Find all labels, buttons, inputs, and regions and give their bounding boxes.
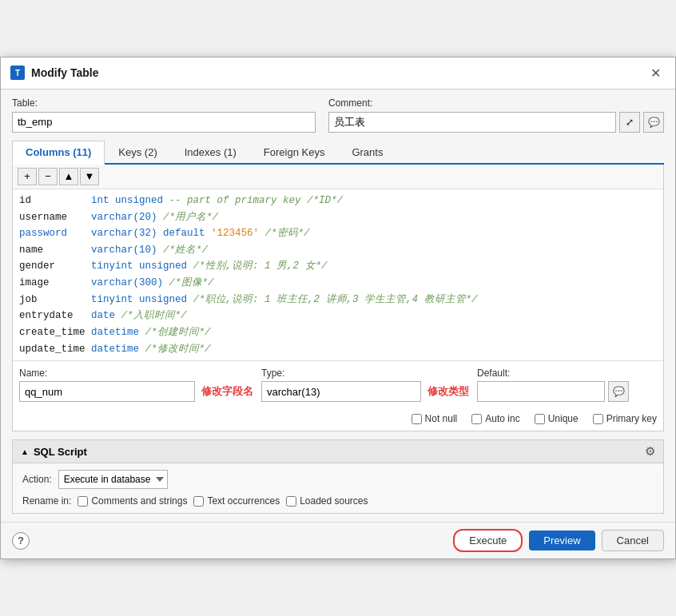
rename-loaded-label: Loaded sources xyxy=(300,495,368,507)
execute-button[interactable]: Execute xyxy=(453,529,523,552)
not-null-checkbox-item[interactable]: Not null xyxy=(412,413,458,424)
table-comment-row: Table: Comment: ⤢ 💬 xyxy=(12,97,664,133)
table-input[interactable] xyxy=(12,112,316,133)
close-button[interactable]: ✕ xyxy=(646,64,666,82)
table-field-group: Table: xyxy=(12,97,316,133)
move-up-button[interactable]: ▲ xyxy=(59,168,78,185)
list-item[interactable]: gender tinyint unsigned /*性别,说明: 1 男,2 女… xyxy=(19,258,657,275)
comment-icon-button[interactable]: 💬 xyxy=(643,112,664,133)
primary-key-label: Primary key xyxy=(606,413,657,424)
columns-list: id int unsigned -- part of primary key /… xyxy=(13,189,663,360)
list-item[interactable]: password varchar(32) default '123456' /*… xyxy=(19,225,657,242)
cancel-button[interactable]: Cancel xyxy=(602,530,664,551)
sql-section-title: SQL Script xyxy=(34,446,87,458)
move-down-button[interactable]: ▼ xyxy=(80,168,99,185)
checkboxes-row: Not null Auto inc Unique Primary key xyxy=(13,408,663,431)
rename-text-checkbox[interactable] xyxy=(193,496,204,507)
columns-panel: + − ▲ ▼ id int unsigned -- part of prima… xyxy=(12,165,664,431)
rename-row: Rename in: Comments and strings Text occ… xyxy=(22,495,654,507)
auto-inc-label: Auto inc xyxy=(485,413,519,424)
comment-input-row: ⤢ 💬 xyxy=(328,112,664,133)
action-label: Action: xyxy=(22,474,52,485)
not-null-checkbox[interactable] xyxy=(412,414,422,424)
tab-foreign-keys[interactable]: Foreign Keys xyxy=(250,141,339,165)
rename-loaded-item[interactable]: Loaded sources xyxy=(286,495,368,507)
preview-button[interactable]: Preview xyxy=(529,531,594,550)
unique-checkbox-item[interactable]: Unique xyxy=(535,413,579,424)
edit-type-label: Type: xyxy=(261,368,469,379)
sql-header[interactable]: ▲ SQL Script ⚙ xyxy=(13,440,663,463)
collapse-icon: ▲ xyxy=(21,447,29,456)
list-item[interactable]: create_time datetime /*创建时间*/ xyxy=(19,324,657,341)
rename-comments-label: Comments and strings xyxy=(91,495,187,507)
rename-comments-item[interactable]: Comments and strings xyxy=(78,495,187,507)
comment-field-group: Comment: ⤢ 💬 xyxy=(328,97,664,133)
dialog-title: Modify Table xyxy=(31,66,99,79)
auto-inc-checkbox[interactable] xyxy=(471,414,482,424)
rename-text-label: Text occurrences xyxy=(207,495,280,507)
sql-body: Action: Execute in database Save to file… xyxy=(13,463,663,513)
tab-keys[interactable]: Keys (2) xyxy=(105,141,170,165)
title-bar: T Modify Table ✕ xyxy=(1,58,675,89)
edit-default-input[interactable] xyxy=(477,381,605,402)
edit-default-label: Default: xyxy=(477,368,629,379)
footer-left: ? xyxy=(12,532,30,550)
tab-grants[interactable]: Grants xyxy=(338,141,396,165)
action-row: Action: Execute in database Save to file… xyxy=(22,470,654,489)
primary-key-checkbox-item[interactable]: Primary key xyxy=(593,413,657,424)
rename-text-item[interactable]: Text occurrences xyxy=(193,495,280,507)
edit-name-input[interactable] xyxy=(19,381,195,402)
table-label: Table: xyxy=(12,97,316,109)
column-edit-row: Name: 修改字段名 Type: 修改类型 Default: xyxy=(13,360,663,408)
list-item[interactable]: job tinyint unsigned /*职位,说明: 1 班主任,2 讲师… xyxy=(19,292,657,308)
list-item[interactable]: id int unsigned -- part of primary key /… xyxy=(19,193,657,209)
app-icon: T xyxy=(10,66,25,80)
unique-label: Unique xyxy=(548,413,579,424)
auto-inc-checkbox-item[interactable]: Auto inc xyxy=(471,413,519,424)
unique-checkbox[interactable] xyxy=(535,414,545,424)
edit-type-annotation: 修改类型 xyxy=(427,384,469,399)
edit-type-input[interactable] xyxy=(261,381,421,402)
edit-name-label: Name: xyxy=(19,368,253,379)
title-bar-left: T Modify Table xyxy=(10,66,99,80)
sql-section: ▲ SQL Script ⚙ Action: Execute in databa… xyxy=(12,439,664,514)
gear-icon[interactable]: ⚙ xyxy=(645,444,655,459)
list-item[interactable]: update_time datetime /*修改时间*/ xyxy=(19,341,657,358)
remove-column-button[interactable]: − xyxy=(38,168,58,185)
rename-comments-checkbox[interactable] xyxy=(78,496,88,507)
footer-right: Execute Preview Cancel xyxy=(453,529,664,552)
edit-default-group: Default: 💬 xyxy=(477,368,629,402)
footer-row: ? Execute Preview Cancel xyxy=(1,522,675,558)
rename-loaded-checkbox[interactable] xyxy=(286,496,296,507)
list-item[interactable]: name varchar(10) /*姓名*/ xyxy=(19,242,657,259)
comment-input[interactable] xyxy=(328,112,616,133)
comment-label: Comment: xyxy=(328,97,664,109)
add-column-button[interactable]: + xyxy=(18,168,37,185)
tab-indexes[interactable]: Indexes (1) xyxy=(171,141,250,165)
tabs-bar: Columns (11) Keys (2) Indexes (1) Foreig… xyxy=(12,141,664,165)
modify-table-dialog: T Modify Table ✕ Table: Comment: ⤢ 💬 xyxy=(0,57,676,559)
columns-toolbar: + − ▲ ▼ xyxy=(13,165,663,189)
expand-button[interactable]: ⤢ xyxy=(619,112,640,133)
action-select[interactable]: Execute in database Save to file Copy to… xyxy=(58,470,168,489)
dialog-content: Table: Comment: ⤢ 💬 Columns (11) Keys (2… xyxy=(1,89,675,522)
edit-name-annotation: 修改字段名 xyxy=(201,384,253,399)
primary-key-checkbox[interactable] xyxy=(593,414,603,424)
list-item[interactable]: entrydate date /*入职时间*/ xyxy=(19,308,657,324)
sql-header-left: ▲ SQL Script xyxy=(21,446,87,458)
tab-columns[interactable]: Columns (11) xyxy=(12,141,105,165)
help-button[interactable]: ? xyxy=(12,532,30,550)
rename-label: Rename in: xyxy=(22,495,71,507)
list-item[interactable]: image varchar(300) /*图像*/ xyxy=(19,275,657,292)
edit-name-group: Name: 修改字段名 xyxy=(19,368,253,402)
not-null-label: Not null xyxy=(425,413,458,424)
list-item[interactable]: username varchar(20) /*用户名*/ xyxy=(19,209,657,226)
default-comment-button[interactable]: 💬 xyxy=(608,381,629,402)
edit-type-group: Type: 修改类型 xyxy=(261,368,469,402)
